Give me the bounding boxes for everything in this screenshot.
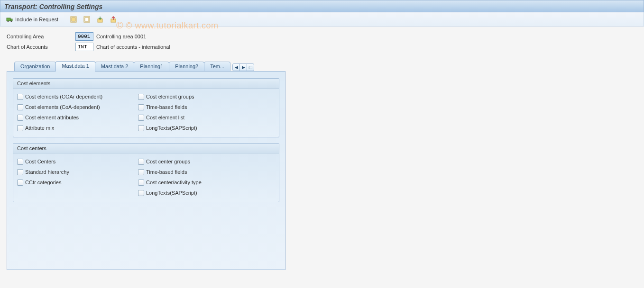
deselect-all-icon <box>83 16 91 23</box>
chart-of-accounts-row: Chart of Accounts Chart of accounts - in… <box>7 42 637 52</box>
chevron-left-icon: ◀ <box>235 65 238 70</box>
ce-time-based-fields-checkbox[interactable] <box>138 104 144 110</box>
svg-point-2 <box>8 20 9 22</box>
cost-element-attributes-label: Cost element attributes <box>25 115 79 120</box>
select-all-button[interactable] <box>68 15 79 24</box>
cost-element-groups-checkbox[interactable] <box>138 94 144 100</box>
cost-elements-coa-label: Cost elements (CoA-dependent) <box>25 104 100 110</box>
chart-of-accounts-label: Chart of Accounts <box>7 44 75 50</box>
deselect-all-button[interactable] <box>81 15 92 24</box>
tab-planning1[interactable]: Planning1 <box>134 62 169 71</box>
cost-element-list-checkbox[interactable] <box>138 115 144 121</box>
tab-strip: Organization Mast.data 1 Mast.data 2 Pla… <box>7 61 285 71</box>
content-area: Controlling Area Controlling area 0001 C… <box>0 27 644 275</box>
tab-container: Organization Mast.data 1 Mast.data 2 Pla… <box>7 61 285 270</box>
chart-of-accounts-input[interactable] <box>75 43 93 51</box>
export-icon <box>110 16 117 23</box>
cost-element-list-label: Cost element list <box>146 115 184 120</box>
standard-hierarchy-label: Standard hierarchy <box>25 169 69 175</box>
cost-element-groups-label: Cost element groups <box>146 94 194 99</box>
include-in-request-button[interactable]: Include in Request <box>4 15 60 24</box>
import-button[interactable] <box>94 15 106 24</box>
attribute-mix-checkbox[interactable] <box>17 125 23 131</box>
tab-organization[interactable]: Organization <box>14 62 56 71</box>
cost-center-activity-type-label: Cost center/activity type <box>146 180 202 185</box>
tab-mast-data-2[interactable]: Mast.data 2 <box>95 62 134 71</box>
cost-elements-title: Cost elements <box>13 79 279 89</box>
tab-body: Cost elements Cost elements (COAr depend… <box>7 71 285 270</box>
cost-centers-checkbox[interactable] <box>17 159 23 165</box>
svg-rect-0 <box>7 18 10 21</box>
tab-scroll-right-button[interactable]: ▶ <box>239 63 247 71</box>
chevron-right-icon: ▶ <box>242 65 245 70</box>
cost-centers-group: Cost centers Cost Centers Cost center gr… <box>13 143 279 202</box>
standard-hierarchy-checkbox[interactable] <box>17 169 23 175</box>
tab-list-icon: ▢ <box>248 65 253 70</box>
chart-of-accounts-desc: Chart of accounts - international <box>96 44 170 50</box>
toolbar: Include in Request <box>0 12 644 27</box>
import-icon <box>96 16 104 23</box>
export-button[interactable] <box>108 15 119 24</box>
tab-mast-data-1[interactable]: Mast.data 1 <box>55 61 95 72</box>
svg-rect-7 <box>85 18 89 21</box>
cost-centers-title: Cost centers <box>13 144 279 153</box>
cost-element-attributes-checkbox[interactable] <box>17 115 23 121</box>
select-all-icon <box>70 16 77 23</box>
cost-elements-coar-label: Cost elements (COAr dependent) <box>25 94 102 99</box>
cc-time-based-fields-checkbox[interactable] <box>138 169 144 175</box>
cc-longtexts-checkbox[interactable] <box>138 190 144 196</box>
cc-time-based-fields-label: Time-based fields <box>146 169 187 175</box>
svg-rect-1 <box>10 19 12 21</box>
cctr-categories-checkbox[interactable] <box>17 180 23 186</box>
ce-longtexts-label: LongTexts(SAPScript) <box>146 125 197 131</box>
attribute-mix-label: Attribute mix <box>25 125 54 131</box>
ce-time-based-fields-label: Time-based fields <box>146 104 187 110</box>
title-bar: Transport: Controlling Settings <box>0 0 644 12</box>
ce-longtexts-checkbox[interactable] <box>138 125 144 131</box>
cost-centers-label: Cost Centers <box>25 159 55 164</box>
cost-center-groups-label: Cost center groups <box>146 159 190 164</box>
cctr-categories-label: CCtr categories <box>25 180 61 185</box>
controlling-area-label: Controlling Area <box>7 34 75 39</box>
svg-point-3 <box>11 20 12 22</box>
svg-rect-5 <box>72 18 75 21</box>
page-title: Transport: Controlling Settings <box>4 3 102 10</box>
cost-elements-coa-checkbox[interactable] <box>17 104 23 110</box>
tab-nav: ◀ ▶ ▢ <box>233 63 254 71</box>
cost-center-activity-type-checkbox[interactable] <box>138 180 144 186</box>
controlling-area-input[interactable] <box>75 32 93 41</box>
cost-elements-coar-checkbox[interactable] <box>17 94 23 100</box>
cc-longtexts-label: LongTexts(SAPScript) <box>146 190 197 196</box>
controlling-area-row: Controlling Area Controlling area 0001 <box>7 31 637 42</box>
tab-list-button[interactable]: ▢ <box>247 63 254 71</box>
cost-center-groups-checkbox[interactable] <box>138 159 144 165</box>
tab-planning2[interactable]: Planning2 <box>169 62 204 71</box>
controlling-area-desc: Controlling area 0001 <box>96 34 146 39</box>
cost-elements-group: Cost elements Cost elements (COAr depend… <box>13 78 279 137</box>
tab-tem[interactable]: Tem... <box>204 62 230 71</box>
truck-icon <box>6 16 14 23</box>
include-in-request-label: Include in Request <box>15 17 58 22</box>
tab-scroll-left-button[interactable]: ◀ <box>232 63 240 71</box>
